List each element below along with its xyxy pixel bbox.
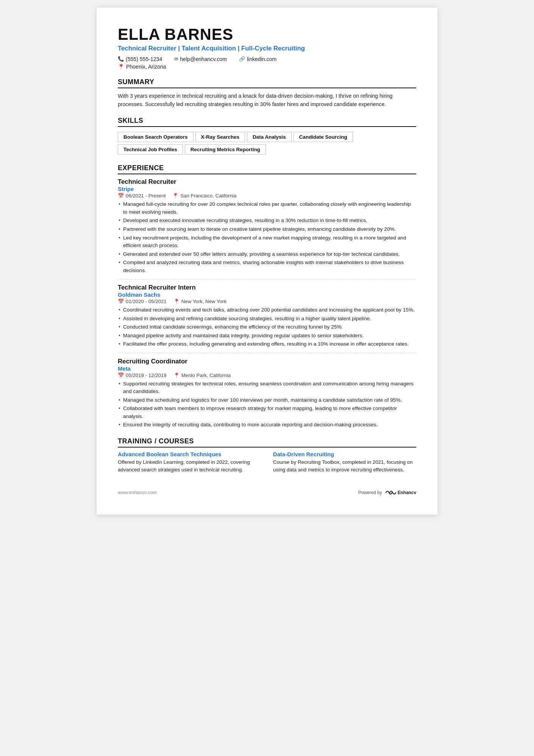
resume-page: ELLA BARNES Technical Recruiter | Talent… [97,8,437,515]
phone-value: (555) 555-1234 [126,56,162,62]
bullet-2-4: Managed pipeline activity and maintained… [118,332,416,340]
enhancv-icon [384,489,397,496]
exp-date-3: 📅 05/2019 - 12/2019 [118,373,167,378]
skill-boolean: Boolean Search Operators [118,132,194,142]
bullet-1-6: Compiled and analyzed recruiting data an… [118,259,416,274]
exp-location-1: 📍 San Francisco, California [172,193,236,199]
skills-title: SKILLS [118,117,416,127]
phone-contact: 📞 (555) 555-1234 [118,56,162,62]
training-desc-2: Course by Recruiting Toolbox, completed … [273,459,416,474]
experience-title: EXPERIENCE [118,164,416,174]
training-name-1: Advanced Boolean Search Techniques [118,451,261,457]
exp-location-2: 📍 New York, New York [173,299,226,304]
exp-bullets-3: Supported recruiting strategies for tech… [118,380,416,429]
exp-date-2: 📅 01/2020 - 05/2021 [118,299,167,304]
exp-bullets-2: Coordinated recruiting events and tech t… [118,306,416,348]
skills-section: SKILLS Boolean Search Operators X-Ray Se… [118,117,416,156]
exp-company-3: Meta [118,366,416,372]
training-section: TRAINING / COURSES Advanced Boolean Sear… [118,437,416,474]
bullet-1-3: Partnered with the sourcing team to iter… [118,225,416,233]
summary-text: With 3 years experience in technical rec… [118,92,416,109]
exp-job-title-1: Technical Recruiter [118,178,416,186]
exp-location-3: 📍 Menlo Park, California [173,373,231,378]
experience-section: EXPERIENCE Technical Recruiter Stripe 📅 … [118,164,416,429]
calendar-icon-2: 📅 [118,299,124,304]
email-value: help@enhancv.com [180,56,227,62]
exp-company-1: Stripe [118,186,416,192]
powered-by-text: Powered by [358,490,382,495]
skill-technical-profiles: Technical Job Profiles [118,144,183,155]
bullet-2-2: Assisted in developing and refining cand… [118,315,416,323]
training-name-2: Data-Driven Recruiting [273,451,416,457]
skill-candidate-sourcing: Candidate Sourcing [294,132,353,142]
bullet-1-2: Developed and executed innovative recrui… [118,217,416,225]
training-title: TRAINING / COURSES [118,437,416,448]
bullet-3-3: Collaborated with team members to improv… [118,405,416,420]
summary-section: SUMMARY With 3 years experience in techn… [118,78,416,109]
link-icon: 🔗 [239,56,245,62]
location-row: 📍 Phoenix, Arizona [118,64,416,70]
candidate-title: Technical Recruiter | Talent Acquisition… [118,45,416,52]
website-value: linkedin.com [247,56,276,62]
bullet-2-5: Facilitated the offer process, including… [118,340,416,348]
exp-divider-1 [118,279,416,279]
exp-divider-2 [118,353,416,353]
calendar-icon-1: 📅 [118,193,124,199]
exp-date-1: 📅 06/2021 - Present [118,193,166,199]
exp-entry-2: Technical Recruiter Intern Goldman Sachs… [118,284,416,348]
footer-website: www.enhancv.com [118,490,157,495]
bullet-3-4: Ensured the integrity of recruiting data… [118,421,416,429]
enhancv-logo: Enhancv [384,489,416,496]
page-footer: www.enhancv.com Powered by Enhancv [118,489,416,496]
bullet-3-1: Supported recruiting strategies for tech… [118,380,416,396]
map-icon-3: 📍 [173,373,180,378]
training-desc-1: Offered by LinkedIn Learning, completed … [118,459,261,474]
map-icon-2: 📍 [173,299,180,304]
exp-entry-1: Technical Recruiter Stripe 📅 06/2021 - P… [118,178,416,274]
location-icon: 📍 [118,64,125,70]
bullet-2-3: Conducted initial candidate screenings, … [118,323,416,331]
exp-company-2: Goldman Sachs [118,292,416,298]
exp-meta-2: 📅 01/2020 - 05/2021 📍 New York, New York [118,299,416,304]
training-item-1: Advanced Boolean Search Techniques Offer… [118,451,261,474]
website-contact: 🔗 linkedin.com [239,56,276,62]
bullet-3-2: Managed the scheduling and logistics for… [118,396,416,404]
exp-job-title-2: Technical Recruiter Intern [118,284,416,291]
calendar-icon-3: 📅 [118,373,124,378]
skill-recruiting-metrics: Recruiting Metrics Reporting [185,144,266,155]
phone-icon: 📞 [118,56,124,62]
contact-row: 📞 (555) 555-1234 ✉ help@enhancv.com 🔗 li… [118,56,416,62]
exp-meta-1: 📅 06/2021 - Present 📍 San Francisco, Cal… [118,193,416,199]
training-grid: Advanced Boolean Search Techniques Offer… [118,451,416,474]
bullet-2-1: Coordinated recruiting events and tech t… [118,306,416,314]
training-item-2: Data-Driven Recruiting Course by Recruit… [273,451,416,474]
header: ELLA BARNES Technical Recruiter | Talent… [118,26,416,70]
map-icon-1: 📍 [172,193,179,199]
summary-title: SUMMARY [118,78,416,88]
exp-meta-3: 📅 05/2019 - 12/2019 📍 Menlo Park, Califo… [118,373,416,378]
skill-data-analysis: Data Analysis [247,132,292,142]
footer-logo: Powered by Enhancv [358,489,416,496]
candidate-name: ELLA BARNES [118,26,416,43]
email-contact: ✉ help@enhancv.com [174,56,227,62]
brand-name: Enhancv [398,490,416,495]
email-icon: ✉ [174,56,178,62]
exp-entry-3: Recruiting Coordinator Meta 📅 05/2019 - … [118,358,416,429]
bullet-1-4: Led key recruitment projects, including … [118,234,416,250]
bullet-1-5: Generated and extended over 50 offer let… [118,250,416,258]
exp-bullets-1: Managed full-cycle recruiting for over 2… [118,200,416,274]
bullet-1-1: Managed full-cycle recruiting for over 2… [118,200,416,216]
location-value: Phoenix, Arizona [126,64,166,70]
skill-xray: X-Ray Searches [195,132,245,142]
exp-job-title-3: Recruiting Coordinator [118,358,416,365]
skills-list: Boolean Search Operators X-Ray Searches … [118,131,416,156]
